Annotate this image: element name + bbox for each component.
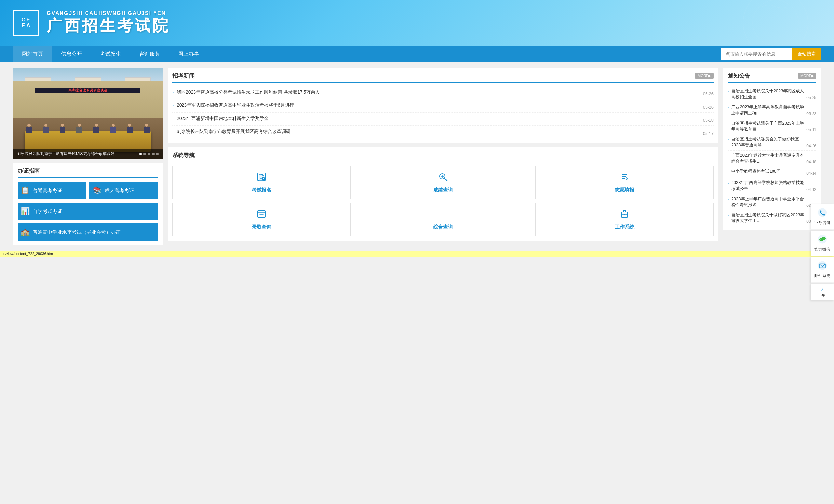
- news-link-0[interactable]: 我区2023年普通高校分类考试招生录取工作顺利结束 共录取17.5万余人: [177, 89, 700, 96]
- person-1: [26, 123, 32, 133]
- notice-item-1: · 广西2023年上半年高等教育自学考试毕业申请网上确... 05-22: [728, 102, 816, 118]
- notice-date-6: 04-12: [806, 187, 816, 192]
- volunteer-icon: [619, 172, 630, 184]
- news-link-2[interactable]: 2023年西浦新增中国内地本科新生入学奖学金: [177, 115, 700, 122]
- dot-5[interactable]: [156, 153, 159, 155]
- hero-image[interactable]: 高考综合改革调研座谈会 刘冰院长带队到南宁市教育局开展我区高考综合改: [13, 68, 162, 159]
- notice-dot-0: ·: [728, 88, 729, 95]
- news-link-1[interactable]: 2023年军队院校招收普通高中毕业生政治考核将于6月进行: [177, 102, 700, 109]
- notice-link-7[interactable]: 2023年上半年广西普通高中学业水平合格性考试报名...: [731, 196, 805, 208]
- admit-icon: [256, 209, 267, 222]
- notice-date-5: 04-14: [806, 171, 816, 176]
- nav-item-consult[interactable]: 咨询服务: [130, 46, 169, 62]
- sys-nav-work[interactable]: 工作系统: [535, 203, 714, 236]
- sys-nav-volunteer-label: 志愿填报: [615, 187, 634, 193]
- screen-banner: 高考综合改革调研座谈会: [36, 88, 140, 93]
- nav-item-info[interactable]: 信息公开: [52, 46, 91, 62]
- notice-dot-5: ·: [728, 168, 729, 176]
- work-icon: [619, 209, 630, 222]
- person-3: [60, 123, 65, 133]
- news-date-1: 05-26: [703, 105, 714, 110]
- logo-letters: G E E A: [22, 17, 30, 28]
- cert-btn-adult[interactable]: 📚 成人高考办证: [89, 182, 158, 199]
- logo-box: G E E A: [13, 10, 39, 36]
- news-date-2: 05-18: [703, 118, 714, 122]
- dot-4[interactable]: [152, 153, 154, 155]
- nav-item-home[interactable]: 网站首页: [13, 46, 52, 62]
- news-more-button[interactable]: MORE▶: [695, 73, 714, 79]
- sys-nav-score-label: 成绩查询: [433, 187, 453, 193]
- caption-dots: [139, 153, 159, 155]
- sys-nav-volunteer[interactable]: 志愿填报: [535, 165, 714, 199]
- notice-link-3[interactable]: 自治区招生考试委员会关于做好我区2023年普通高等...: [731, 136, 805, 148]
- float-item-consult[interactable]: 业务咨询: [811, 204, 834, 230]
- cert-buttons: 📋 普通高考办证 📚 成人高考办证 📊 自学考试办证 🏫 普通高中学业水平考试（…: [18, 182, 158, 241]
- ceiling-panel-3: [125, 77, 151, 81]
- notice-date-0: 05-25: [806, 95, 816, 100]
- phone-icon: [818, 208, 827, 219]
- news-section: 招考新闻 MORE▶ · 我区2023年普通高校分类考试招生录取工作顺利结束 共…: [168, 68, 718, 143]
- news-item-0: · 我区2023年普通高校分类考试招生录取工作顺利结束 共录取17.5万余人 0…: [172, 86, 714, 99]
- sys-nav-section: 系统导航 考试报名 成绩查询: [168, 147, 718, 241]
- notice-link-8[interactable]: 自治区招生考试院关于做好我区2023年退役大学生士...: [731, 212, 805, 224]
- cert-guide: 办证指南 📋 普通高考办证 📚 成人高考办证 📊 自学考试办证 🏫 普通高中学: [13, 163, 162, 246]
- floating-sidebar: 业务咨询 官方微信 邮件系统 ∧ top: [811, 204, 834, 256]
- cert-btn-highschool-label: 普通高中学业水平考试（毕业会考）办证: [33, 229, 121, 235]
- notice-link-1[interactable]: 广西2023年上半年高等教育自学考试毕业申请网上确...: [731, 104, 805, 116]
- header: G E E A GVANGJSIH CAUHSWNGH GAUJSI YEN 广…: [0, 0, 834, 46]
- nav-item-exam[interactable]: 考试招生: [91, 46, 130, 62]
- cert-btn-self-study-label: 自学考试办证: [33, 208, 62, 214]
- notice-dot-2: ·: [728, 120, 729, 128]
- sys-nav-general[interactable]: 综合查询: [354, 203, 532, 236]
- caption-text: 刘冰院长带队到南宁市教育局开展我区高考综合改革调研: [17, 151, 114, 157]
- news-list: · 我区2023年普通高校分类考试招生录取工作顺利结束 共录取17.5万余人 0…: [172, 86, 714, 139]
- search-input[interactable]: [721, 48, 792, 60]
- notice-dot-1: ·: [728, 104, 729, 111]
- cert-btn-highschool[interactable]: 🏫 普通高中学业水平考试（毕业会考）办证: [18, 223, 158, 241]
- notice-item-0: · 自治区招生考试院关于2023年我区成人高校招生全国... 05-25: [728, 86, 816, 102]
- float-consult-label: 业务咨询: [814, 221, 830, 226]
- notice-date-4: 04-18: [806, 160, 816, 164]
- news-section-header: 招考新闻 MORE▶: [172, 72, 714, 83]
- nav-item-online[interactable]: 网上办事: [169, 46, 208, 62]
- cert-btn-highschool-icon: 🏫: [21, 228, 29, 236]
- dot-3[interactable]: [148, 153, 150, 155]
- left-panel: 高考综合改革调研座谈会 刘冰院长带队到南宁市教育局开展我区高考综合改: [13, 68, 162, 246]
- news-dot-1: ·: [172, 102, 174, 109]
- cert-btn-gaokao[interactable]: 📋 普通高考办证: [18, 182, 86, 199]
- sys-nav-exam-reg[interactable]: 考试报名: [172, 165, 351, 199]
- notice-item-7: · 2023年上半年广西普通高中学业水平合格性考试报名... 03-30: [728, 194, 816, 210]
- notice-link-4[interactable]: 广西2023年退役大学生士兵普通专升本综合考查招生...: [731, 153, 805, 164]
- notice-link-6[interactable]: 2023年广西高等学校教师资格教学技能考试公告: [731, 180, 805, 191]
- dot-2[interactable]: [144, 153, 146, 155]
- sys-nav-score[interactable]: 成绩查询: [354, 165, 532, 199]
- news-link-3[interactable]: 刘冰院长带队到南宁市教育局开展我区高考综合改革调研: [177, 128, 700, 135]
- dot-1[interactable]: [139, 153, 142, 155]
- score-icon: [438, 172, 448, 184]
- notice-link-5[interactable]: 中小学教师资格考试100问: [731, 168, 805, 174]
- news-dot-3: ·: [172, 128, 174, 136]
- notice-dot-4: ·: [728, 153, 729, 160]
- notice-dot-3: ·: [728, 136, 729, 143]
- notice-section: 通知公告 MORE▶ · 自治区招生考试院关于2023年我区成人高校招生全国..…: [723, 68, 821, 230]
- news-item-2: · 2023年西浦新增中国内地本科新生入学奖学金 05-18: [172, 113, 714, 125]
- search-button[interactable]: 全站搜索: [792, 48, 821, 60]
- notice-date-1: 05-22: [806, 112, 816, 116]
- header-text: GVANGJSIH CAUHSWNGH GAUJSI YEN 广西招生考试院: [47, 10, 170, 35]
- right-panel: 通知公告 MORE▶ · 自治区招生考试院关于2023年我区成人高校招生全国..…: [723, 68, 821, 246]
- ceiling-panel-2: [75, 77, 101, 81]
- cert-btn-self-study[interactable]: 📊 自学考试办证: [18, 203, 158, 220]
- main-content: 高考综合改革调研座谈会 刘冰院长带队到南宁市教育局开展我区高考综合改: [0, 63, 834, 251]
- person-6: [110, 123, 116, 133]
- logo-letter-e2: E: [22, 23, 26, 28]
- sys-nav-admit[interactable]: 录取查询: [172, 203, 351, 236]
- notice-link-2[interactable]: 自治区招生考试院关于广西2023年上半年高等教育自...: [731, 120, 805, 132]
- general-icon: [438, 209, 448, 222]
- cert-btn-adult-label: 成人高考办证: [105, 188, 134, 194]
- notice-dot-7: ·: [728, 196, 729, 203]
- float-item-wechat[interactable]: 官方微信: [811, 230, 834, 256]
- sys-nav-grid: 考试报名 成绩查询 志愿填报: [172, 165, 714, 236]
- notice-link-0[interactable]: 自治区招生考试院关于2023年我区成人高校招生全国...: [731, 88, 805, 100]
- nav-items: 网站首页 信息公开 考试招生 咨询服务 网上办事: [13, 46, 721, 62]
- notice-more-button[interactable]: MORE▶: [798, 73, 816, 79]
